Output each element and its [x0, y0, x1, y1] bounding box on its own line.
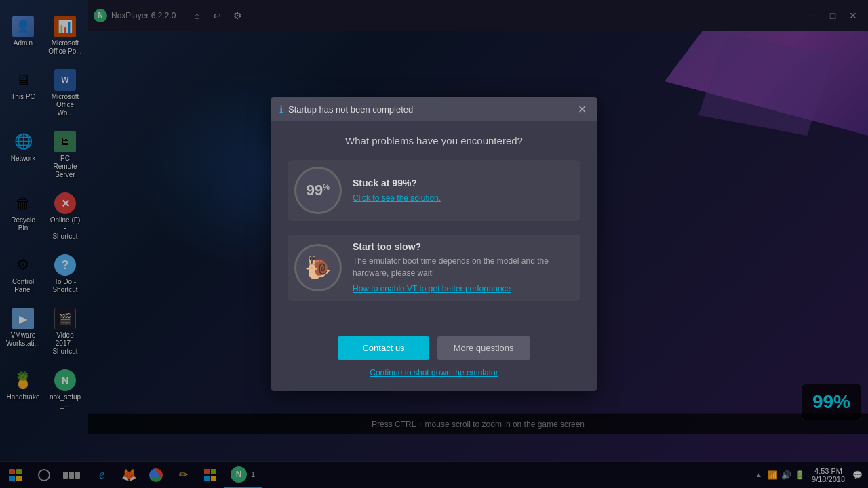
problem-title-slow: Start too slow?	[353, 241, 574, 252]
problem-circle-99: 99%	[294, 167, 342, 214]
percent-99-text: 99%	[307, 182, 330, 199]
modal-footer: Contact us More questions Continue to sh…	[271, 328, 597, 391]
modal-close-button[interactable]: ✕	[575, 102, 589, 116]
problem-link-99[interactable]: Click to see the solution.	[353, 193, 441, 203]
modal-body: What problems have you encountered? 99% …	[271, 121, 597, 328]
modal-action-buttons: Contact us More questions	[288, 336, 580, 360]
modal-question-text: What problems have you encountered?	[288, 135, 580, 146]
problem-desc-slow: The emulator boot time depends on the mo…	[353, 255, 574, 279]
contact-us-button[interactable]: Contact us	[338, 336, 429, 360]
startup-error-modal: ℹ Startup has not been completed ✕ What …	[271, 97, 597, 391]
problem-item-slow: 🐌 Start too slow? The emulator boot time…	[288, 235, 580, 301]
shutdown-link[interactable]: Continue to shut down the emulator	[288, 368, 580, 378]
more-questions-button[interactable]: More questions	[437, 336, 530, 360]
modal-overlay: ℹ Startup has not been completed ✕ What …	[0, 0, 868, 488]
problem-content-99: Stuck at 99%? Click to see the solution.	[353, 178, 574, 203]
problem-circle-slow: 🐌	[294, 244, 342, 291]
snail-icon: 🐌	[304, 255, 332, 281]
problem-title-99: Stuck at 99%?	[353, 178, 574, 188]
problem-content-slow: Start too slow? The emulator boot time d…	[353, 241, 574, 294]
modal-title: Startup has not been completed	[288, 104, 570, 115]
modal-titlebar: ℹ Startup has not been completed ✕	[271, 97, 597, 121]
problem-link-slow[interactable]: How to enable VT to get better performan…	[353, 284, 511, 293]
modal-info-icon: ℹ	[279, 104, 283, 115]
problem-item-99: 99% Stuck at 99%? Click to see the solut…	[288, 160, 580, 221]
